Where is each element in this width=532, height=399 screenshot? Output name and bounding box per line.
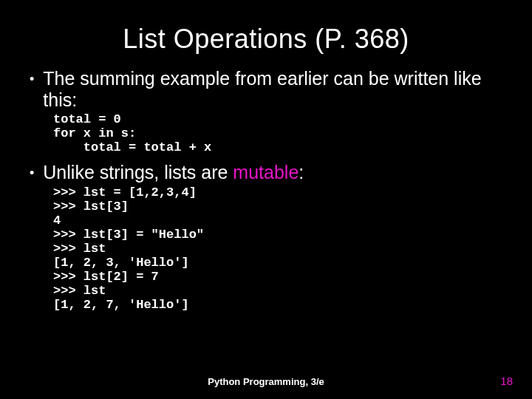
slide-number: 18 (500, 375, 513, 387)
bullet-item: • The summing example from earlier can b… (28, 68, 510, 111)
bullet-text: The summing example from earlier can be … (43, 68, 510, 111)
bullet-text-highlight: mutable (233, 162, 299, 183)
slide-title: List Operations (P. 368) (0, 0, 532, 68)
slide-content: • The summing example from earlier can b… (0, 68, 532, 312)
code-block: >>> lst = [1,2,3,4] >>> lst[3] 4 >>> lst… (28, 185, 510, 312)
bullet-text-pre: Unlike strings, lists are (43, 162, 233, 183)
bullet-item: • Unlike strings, lists are mutable: (28, 162, 510, 184)
bullet-dot-icon: • (28, 68, 43, 90)
bullet-dot-icon: • (28, 162, 43, 184)
slide: List Operations (P. 368) • The summing e… (0, 0, 532, 399)
bullet-text-post: : (299, 162, 304, 183)
footer-text: Python Programming, 3/e (0, 376, 532, 387)
bullet-text: Unlike strings, lists are mutable: (43, 162, 304, 183)
code-block: total = 0 for x in s: total = total + x (28, 112, 510, 154)
